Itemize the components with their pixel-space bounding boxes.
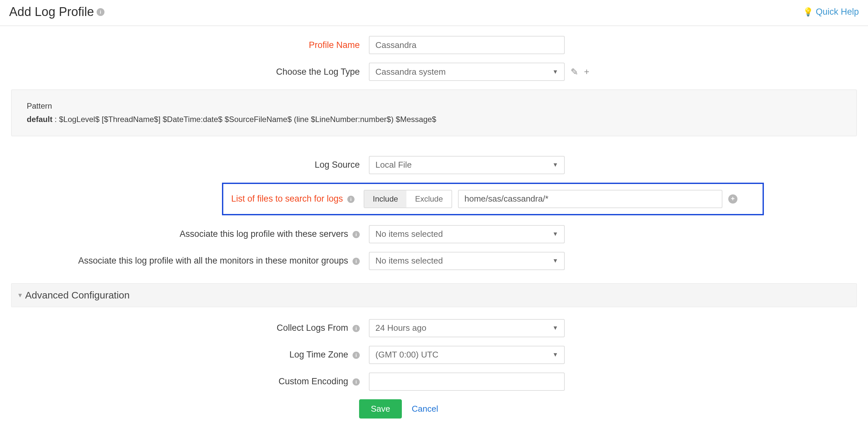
label-assoc-groups: Associate this log profile with all the … — [10, 256, 369, 266]
include-toggle[interactable]: Include — [364, 191, 406, 207]
assoc-groups-value: No items selected — [375, 256, 443, 266]
chevron-down-icon: ▼ — [552, 68, 558, 75]
row-assoc-groups: Associate this log profile with all the … — [10, 252, 858, 270]
quick-help-link[interactable]: 💡 Quick Help — [803, 7, 859, 17]
page-title-text: Add Log Profile — [9, 5, 94, 19]
info-icon[interactable]: i — [347, 196, 354, 203]
file-list-highlight: List of files to search for logs i Inclu… — [222, 183, 764, 215]
collect-from-value: 24 Hours ago — [375, 323, 426, 333]
info-icon[interactable]: i — [352, 325, 360, 332]
lightbulb-icon: 💡 — [803, 7, 813, 16]
pattern-title: Pattern — [27, 100, 841, 112]
row-encoding: Custom Encoding i — [10, 373, 858, 391]
save-button[interactable]: Save — [359, 399, 402, 418]
label-file-list: List of files to search for logs i — [226, 194, 364, 204]
advanced-config-header[interactable]: ▾ Advanced Configuration — [11, 283, 857, 307]
add-path-icon[interactable]: + — [728, 195, 737, 204]
label-log-source: Log Source — [10, 160, 369, 170]
row-log-type: Choose the Log Type Cassandra system ▼ ✎… — [10, 63, 858, 81]
assoc-servers-select[interactable]: No items selected ▼ — [369, 225, 565, 243]
label-timezone: Log Time Zone i — [10, 350, 369, 360]
add-icon[interactable]: + — [584, 67, 589, 77]
label-encoding: Custom Encoding i — [10, 376, 369, 386]
row-profile-name: Profile Name — [10, 36, 858, 54]
timezone-select[interactable]: (GMT 0:00) UTC ▼ — [369, 346, 565, 364]
edit-icon[interactable]: ✎ — [570, 67, 578, 77]
pattern-default: default : $LogLevel$ [$ThreadName$] $Dat… — [27, 114, 841, 125]
encoding-input[interactable] — [369, 373, 565, 391]
page-title: Add Log Profile i — [9, 5, 104, 19]
info-icon[interactable]: i — [352, 378, 360, 385]
file-path-input[interactable] — [458, 190, 722, 208]
advanced-config-title: Advanced Configuration — [25, 290, 130, 301]
cancel-link[interactable]: Cancel — [412, 404, 438, 414]
pattern-default-value: $LogLevel$ [$ThreadName$] $DateTime:date… — [59, 115, 436, 124]
log-type-value: Cassandra system — [375, 67, 445, 77]
label-collect-from: Collect Logs From i — [10, 323, 369, 333]
page-header: Add Log Profile i 💡 Quick Help — [0, 0, 868, 26]
info-icon[interactable]: i — [352, 352, 360, 359]
info-icon[interactable]: i — [352, 231, 360, 238]
chevron-down-icon: ▼ — [552, 258, 558, 264]
log-source-select[interactable]: Local File ▼ — [369, 156, 565, 174]
chevron-down-icon: ▾ — [18, 291, 22, 300]
profile-name-input[interactable] — [369, 36, 565, 54]
pattern-panel: Pattern default : $LogLevel$ [$ThreadNam… — [11, 90, 857, 136]
row-collect-from: Collect Logs From i 24 Hours ago ▼ — [10, 319, 858, 337]
row-assoc-servers: Associate this log profile with these se… — [10, 225, 858, 243]
pattern-default-label: default — [27, 115, 53, 124]
log-type-select[interactable]: Cassandra system ▼ — [369, 63, 565, 81]
chevron-down-icon: ▼ — [552, 351, 558, 358]
form-actions: Save Cancel — [359, 399, 868, 428]
label-log-type: Choose the Log Type — [10, 67, 369, 77]
label-assoc-servers: Associate this log profile with these se… — [10, 229, 369, 239]
assoc-groups-select[interactable]: No items selected ▼ — [369, 252, 565, 270]
log-source-value: Local File — [375, 160, 412, 170]
chevron-down-icon: ▼ — [552, 325, 558, 332]
info-icon[interactable]: i — [352, 258, 360, 265]
info-icon[interactable]: i — [97, 8, 104, 16]
row-timezone: Log Time Zone i (GMT 0:00) UTC ▼ — [10, 346, 858, 364]
chevron-down-icon: ▼ — [552, 162, 558, 168]
timezone-value: (GMT 0:00) UTC — [375, 350, 438, 360]
chevron-down-icon: ▼ — [552, 231, 558, 237]
label-profile-name: Profile Name — [10, 40, 369, 50]
quick-help-text: Quick Help — [816, 7, 859, 17]
exclude-toggle[interactable]: Exclude — [406, 191, 451, 207]
row-log-source: Log Source Local File ▼ — [10, 156, 858, 174]
include-exclude-toggle: Include Exclude — [364, 190, 452, 208]
assoc-servers-value: No items selected — [375, 229, 443, 239]
collect-from-select[interactable]: 24 Hours ago ▼ — [369, 319, 565, 337]
